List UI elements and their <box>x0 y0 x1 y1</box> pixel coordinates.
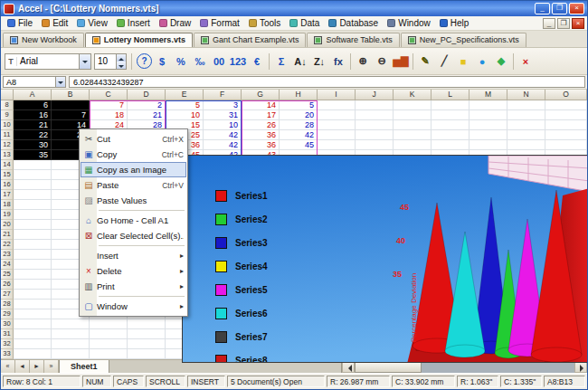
cell-k10[interactable] <box>394 120 432 130</box>
cell-e8[interactable]: 5 <box>166 100 204 110</box>
pencil-tool-button[interactable]: ✎ <box>416 52 434 71</box>
cell-c30[interactable] <box>90 319 128 329</box>
next-sheet-button[interactable]: ► <box>30 360 44 373</box>
row-header-33[interactable]: 33 <box>1 349 14 359</box>
column-header-i[interactable]: I <box>318 90 356 100</box>
cell-a32[interactable] <box>14 339 52 349</box>
sheet-tab-sheet1[interactable]: Sheet1 <box>59 360 109 373</box>
function-button[interactable]: fx <box>329 52 347 71</box>
cell-b9[interactable]: 7 <box>52 110 90 120</box>
context-print[interactable]: ▥Print▸ <box>81 279 186 294</box>
context-insert[interactable]: Insert▸ <box>81 248 186 263</box>
cell-i11[interactable] <box>318 130 356 140</box>
context-window[interactable]: ▢Window▸ <box>81 299 186 314</box>
column-header-o[interactable]: O <box>545 90 587 100</box>
cellref-dropdown-icon[interactable] <box>55 77 65 87</box>
cell-i10[interactable] <box>318 120 356 130</box>
column-header-a[interactable]: A <box>14 90 52 100</box>
menu-database[interactable]: Database <box>324 16 383 30</box>
cell-a18[interactable] <box>14 200 52 210</box>
row-header-28[interactable]: 28 <box>1 300 14 309</box>
cell-n12[interactable] <box>507 140 545 150</box>
number-format-button[interactable]: 123 <box>229 52 247 71</box>
cell-g10[interactable]: 26 <box>242 120 280 130</box>
cell-j9[interactable] <box>356 110 394 120</box>
sort-descending-button[interactable]: Z↓ <box>310 52 328 71</box>
cell-a11[interactable]: 22 <box>14 130 52 140</box>
context-go-home-cell-a1[interactable]: ⌂Go Home - Cell A1 <box>81 213 186 228</box>
spinner-up-icon[interactable] <box>117 54 126 62</box>
cell-a21[interactable] <box>14 230 52 240</box>
help-button[interactable]: ? <box>137 53 152 69</box>
cell-d31[interactable] <box>128 329 166 339</box>
first-sheet-button[interactable]: « <box>1 360 15 373</box>
cell-f12[interactable]: 42 <box>204 140 242 150</box>
cell-a31[interactable] <box>14 329 52 339</box>
cell-f9[interactable]: 31 <box>204 110 242 120</box>
percent-format-button[interactable]: % <box>172 52 190 71</box>
row-header-16[interactable]: 16 <box>1 180 14 190</box>
menu-tools[interactable]: Tools <box>244 16 285 30</box>
cell-o10[interactable] <box>545 120 587 130</box>
row-header-29[interactable]: 29 <box>1 309 14 319</box>
cell-h12[interactable]: 45 <box>280 140 318 150</box>
mdi-close-button[interactable]: × <box>572 18 584 29</box>
cell-d30[interactable] <box>128 319 166 329</box>
row-header-26[interactable]: 26 <box>1 280 14 290</box>
cell-g9[interactable]: 17 <box>242 110 280 120</box>
column-header-h[interactable]: H <box>280 90 318 100</box>
menu-data[interactable]: Data <box>285 16 324 30</box>
cell-c33[interactable] <box>90 349 128 359</box>
prev-sheet-button[interactable]: ◄ <box>15 360 30 373</box>
cell-b31[interactable] <box>52 329 90 339</box>
column-header-e[interactable]: E <box>166 90 204 100</box>
column-header-b[interactable]: B <box>52 90 90 100</box>
cell-m12[interactable] <box>469 140 507 150</box>
cell-k12[interactable] <box>394 140 432 150</box>
cell-i9[interactable] <box>318 110 356 120</box>
cell-a22[interactable] <box>14 240 52 250</box>
menu-format[interactable]: Format <box>195 16 244 30</box>
last-sheet-button[interactable]: » <box>44 360 59 373</box>
autosum-button[interactable]: Σ <box>272 52 290 71</box>
column-header-f[interactable]: F <box>204 90 242 100</box>
column-header-g[interactable]: G <box>242 90 280 100</box>
decimal-format-button[interactable]: 00 <box>210 52 228 71</box>
cell-j8[interactable] <box>356 100 394 110</box>
row-header-24[interactable]: 24 <box>1 260 14 270</box>
maximize-button[interactable]: ❐ <box>552 3 567 14</box>
row-header-14[interactable]: 14 <box>1 160 14 170</box>
column-header-l[interactable]: L <box>432 90 469 100</box>
rectangle-tool-button[interactable]: ■ <box>454 52 472 71</box>
cell-k11[interactable] <box>394 130 432 140</box>
spinner-down-icon[interactable] <box>117 62 126 69</box>
row-header-21[interactable]: 21 <box>1 230 14 240</box>
cell-b33[interactable] <box>52 349 90 359</box>
column-header-c[interactable]: C <box>90 90 128 100</box>
cell-f8[interactable]: 3 <box>204 100 242 110</box>
cell-a24[interactable] <box>14 260 52 270</box>
cell-i8[interactable] <box>318 100 356 110</box>
cell-j11[interactable] <box>356 130 394 140</box>
minimize-button[interactable]: _ <box>535 3 550 14</box>
context-copy[interactable]: ▣CopyCtrl+C <box>81 147 186 162</box>
row-header-31[interactable]: 31 <box>1 329 14 339</box>
row-header-17[interactable]: 17 <box>1 190 14 200</box>
cell-o11[interactable] <box>545 130 587 140</box>
cell-j10[interactable] <box>356 120 394 130</box>
cell-o12[interactable] <box>545 140 587 150</box>
mdi-restore-button[interactable]: ❐ <box>557 18 570 29</box>
tab-gant-chart-example-vts[interactable]: Gant Chart Example.vts <box>194 33 307 47</box>
cell-a26[interactable] <box>14 280 52 290</box>
menu-insert[interactable]: Insert <box>112 16 155 30</box>
cell-j12[interactable] <box>356 140 394 150</box>
cell-d33[interactable] <box>128 349 166 359</box>
cell-d9[interactable]: 21 <box>128 110 166 120</box>
select-all-corner[interactable] <box>1 90 14 100</box>
sort-ascending-button[interactable]: A↓ <box>291 52 309 71</box>
font-size-spinner[interactable] <box>116 54 126 69</box>
menu-help[interactable]: Help <box>435 16 474 30</box>
row-header-30[interactable]: 30 <box>1 319 14 329</box>
cell-i12[interactable] <box>318 140 356 150</box>
cell-o8[interactable] <box>545 100 587 110</box>
